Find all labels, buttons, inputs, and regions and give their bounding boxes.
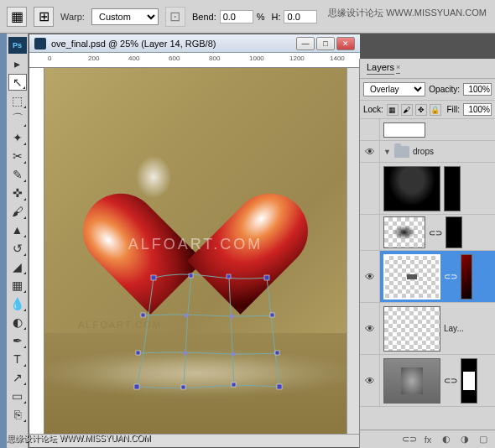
heart-artwork [120,143,271,278]
ruler-vertical[interactable] [29,68,44,434]
opacity-label: Opacity: [429,85,460,94]
folder-icon [394,146,409,158]
lock-image-icon[interactable]: 🖌 [401,104,413,116]
warp-grid-icon[interactable]: ⊞ [34,7,54,27]
layer-thumbnail[interactable] [383,166,440,211]
lock-transparency-icon[interactable]: ▦ [387,104,399,116]
minimize-button[interactable]: — [296,37,315,50]
layer-row[interactable]: 👁 Lay... [360,303,495,355]
layer-mask-icon[interactable]: ◐ [440,433,453,446]
close-button[interactable]: ✕ [336,37,355,50]
warp-transform-grid[interactable] [137,273,279,391]
history-brush-tool[interactable]: ↺ [8,240,27,257]
watermark-bottom: 思缘设计论坛 WWW.MISSYUAN.COM [7,433,151,445]
lock-position-icon[interactable]: ✥ [415,104,427,116]
svg-rect-7 [270,313,274,317]
svg-rect-8 [136,351,140,355]
warp-style-select[interactable]: Custom [91,8,159,25]
eyedropper-tool[interactable]: ✎ [8,166,27,183]
svg-point-13 [230,315,234,319]
layer-group-row[interactable]: 👁 ▼ drops [360,141,495,163]
link-icon[interactable]: ⊂⊃ [444,272,457,281]
h-label: H: [271,12,280,22]
layer-thumbnail[interactable] [383,216,425,248]
ruler-horizontal[interactable]: 0 200 400 600 800 1000 1200 1400 [29,53,360,68]
link-icon[interactable]: ⊂⊃ [444,376,457,385]
bend-label: Bend: [192,12,216,22]
svg-point-14 [184,352,188,356]
opacity-input[interactable] [463,83,492,96]
canvas[interactable]: ALFOART.COM ALFOART.COM [44,68,346,434]
healing-tool[interactable]: ✜ [8,185,27,201]
visibility-eye-icon[interactable]: 👁 [365,323,375,335]
shape-tool[interactable]: ▭ [8,388,27,404]
transform-icon[interactable]: ▦ [7,7,27,27]
move-tool[interactable]: ↖ [8,74,27,91]
blur-tool[interactable]: 💧 [8,295,27,312]
eraser-tool[interactable]: ◢ [8,258,27,275]
options-bar: ▦ ⊞ Warp: Custom ⊡ Bend: % H: 思缘设计论坛 WWW… [0,0,495,34]
layer-row-selected[interactable]: 👁 ⊂⊃ [360,251,495,303]
ps-logo-icon[interactable]: Ps [8,37,27,54]
layer-row[interactable] [360,119,495,141]
layers-panel-footer: ⊂⊃ fx ◐ ◑ ▢ [360,430,495,448]
fill-input[interactable] [463,103,492,116]
layer-mask-thumbnail[interactable] [446,216,462,248]
layer-thumbnail[interactable] [383,306,440,352]
layer-mask-thumbnail[interactable] [444,166,461,211]
bend-input[interactable] [220,10,253,23]
svg-point-15 [232,352,236,357]
svg-rect-6 [141,313,145,317]
maximize-button[interactable]: □ [316,37,335,50]
blend-mode-select[interactable]: Overlay [363,82,425,96]
svg-rect-4 [189,273,193,278]
document-titlebar[interactable]: ove_final.psd @ 25% (Layer 14, RGB/8) — … [29,34,360,53]
layer-row[interactable]: 👁 ⊂⊃ [360,355,495,407]
new-group-icon[interactable]: ▢ [477,433,490,446]
layer-row[interactable]: ⊂⊃ [360,215,495,251]
document-title: ove_final.psd @ 25% (Layer 14, RGB/8) [51,39,216,49]
pen-tool[interactable]: ✒ [8,332,27,349]
adjustment-layer-icon[interactable]: ◑ [458,433,472,446]
notes-tool[interactable]: ⎘ [8,406,27,423]
layer-thumbnail[interactable] [383,254,440,300]
layer-row[interactable] [360,163,495,215]
layers-tab[interactable]: Layers× [360,59,495,79]
brush-tool[interactable]: 🖌 [8,203,27,220]
lock-label: Lock: [363,105,383,114]
dodge-tool[interactable]: ◐ [8,314,27,331]
warp-label: Warp: [60,12,85,22]
expand-icon[interactable]: ▸ [8,55,27,72]
visibility-eye-icon[interactable]: 👁 [365,146,375,158]
visibility-eye-icon[interactable]: 👁 [365,375,375,387]
link-layers-icon[interactable]: ⊂⊃ [403,433,416,446]
lock-all-icon[interactable]: 🔒 [430,104,441,116]
tools-panel: Ps ▸ ↖ ⬚ ⌒ ✦ ✂ ✎ ✜ 🖌 ▲ ↺ ◢ ▦ 💧 ◐ ✒ T ↗ ▭… [7,34,29,448]
layer-mask-thumbnail[interactable] [461,254,472,300]
h-input[interactable] [284,10,317,23]
group-collapse-icon[interactable]: ▼ [383,148,391,156]
layer-mask-thumbnail[interactable] [461,358,477,404]
visibility-eye-icon[interactable]: 👁 [365,271,375,283]
crop-tool[interactable]: ✂ [8,148,27,164]
svg-rect-9 [275,351,279,355]
lasso-tool[interactable]: ⌒ [8,111,27,128]
path-tool[interactable]: ↗ [8,369,27,386]
fill-label: Fill: [446,105,460,114]
link-icon[interactable]: ⊂⊃ [429,228,442,237]
document-window: ove_final.psd @ 25% (Layer 14, RGB/8) — … [29,34,361,448]
marquee-tool[interactable]: ⬚ [8,92,27,109]
svg-rect-3 [277,384,282,389]
svg-point-12 [185,314,189,318]
stamp-tool[interactable]: ▲ [8,221,27,238]
wand-tool[interactable]: ✦ [8,129,27,146]
layer-fx-icon[interactable]: fx [421,433,435,446]
scrollbar-vertical[interactable] [346,68,360,434]
svg-rect-10 [181,385,185,389]
gradient-tool[interactable]: ▦ [8,277,27,294]
type-tool[interactable]: T [8,351,27,367]
layers-list[interactable]: 👁 ▼ drops ⊂⊃ 👁 [360,119,495,430]
warp-orientation-icon[interactable]: ⊡ [165,7,185,27]
layer-thumbnail[interactable] [383,358,440,404]
svg-rect-1 [264,275,269,280]
